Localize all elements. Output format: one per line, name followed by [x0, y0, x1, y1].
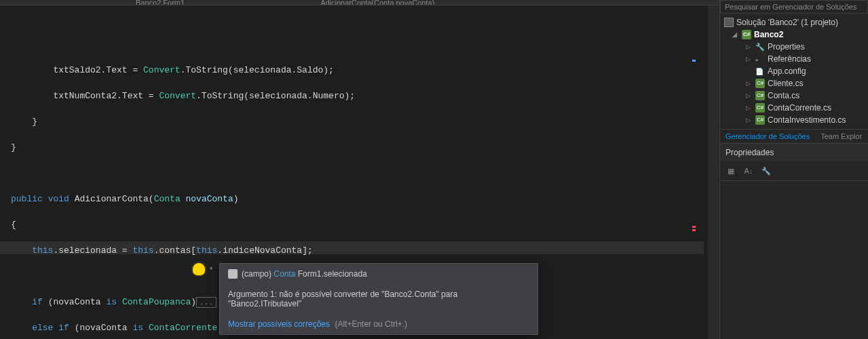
- error-tooltip: (campo) Conta Form1.selecionada Argument…: [219, 263, 538, 335]
- solution-explorer-tree[interactable]: Solução 'Banco2' (1 projeto) ◢ Banco2 ▷ …: [720, 14, 868, 129]
- chevron-down-icon[interactable]: ◢: [732, 31, 739, 38]
- properties-title: Propriedades: [720, 144, 868, 161]
- references-icon: [755, 54, 765, 64]
- tree-item-cs[interactable]: ▷ Conta.cs: [720, 89, 868, 102]
- chevron-right-icon[interactable]: ▷: [746, 43, 753, 50]
- solution-node[interactable]: Solução 'Banco2' (1 projeto): [720, 16, 868, 28]
- tree-item-cs[interactable]: ▷ ContaCorrente.cs: [720, 102, 868, 114]
- tree-item-references[interactable]: ▷ Referências: [720, 53, 868, 65]
- field-icon: [228, 269, 238, 279]
- chevron-right-icon[interactable]: ▷: [746, 92, 753, 99]
- sort-az-icon[interactable]: A↓: [742, 164, 755, 178]
- chevron-right-icon[interactable]: ▷: [746, 56, 753, 62]
- tooltip-member: Form1.selecionada: [298, 269, 367, 279]
- categorize-icon[interactable]: ▦: [724, 164, 738, 178]
- tree-item-properties[interactable]: ▷ Properties: [720, 41, 868, 53]
- fold-icon[interactable]: ...: [196, 297, 216, 308]
- solution-search-input[interactable]: Pesquisar em Gerenciador de Soluções: [720, 0, 868, 14]
- chevron-right-icon[interactable]: ▷: [746, 117, 753, 123]
- tree-item-appconfig[interactable]: App.config: [720, 65, 868, 77]
- cs-file-icon: [755, 103, 765, 113]
- properties-panel[interactable]: Propriedades ▦ A↓ 🔧: [720, 143, 868, 339]
- cs-file-icon: [755, 91, 765, 100]
- editor-breadcrumb: Banco2.Form1 AdicionarConta(Conta novaCo…: [0, 0, 719, 5]
- breadcrumb-left[interactable]: Banco2.Form1: [136, 0, 185, 5]
- chevron-right-icon[interactable]: ▷: [746, 104, 753, 111]
- tree-item-cs[interactable]: ▷ ContaInvestimento.cs: [720, 114, 868, 126]
- tooltip-shortcut: (Alt+Enter ou Ctrl+.): [335, 319, 407, 329]
- wrench-icon: [755, 42, 765, 52]
- tooltip-kind: (campo): [242, 269, 271, 279]
- code-editor[interactable]: Banco2.Form1 AdicionarConta(Conta novaCo…: [0, 0, 719, 339]
- project-node[interactable]: ◢ Banco2: [720, 28, 868, 41]
- tree-item-cs[interactable]: ▷ Cliente.cs: [720, 77, 868, 89]
- show-fixes-link[interactable]: Mostrar possíveis correções: [228, 319, 330, 329]
- tooltip-type: Conta: [273, 269, 295, 279]
- csproj-icon: [742, 30, 751, 39]
- config-icon: [755, 66, 765, 76]
- cs-file-icon: [755, 79, 765, 88]
- tab-solution-explorer[interactable]: Gerenciador de Soluções: [720, 129, 815, 143]
- wrench-icon[interactable]: 🔧: [759, 164, 773, 178]
- chevron-right-icon[interactable]: ▷: [746, 80, 753, 87]
- tab-team-explorer[interactable]: Team Explor: [815, 129, 867, 143]
- breadcrumb-right[interactable]: AdicionarConta(Conta novaConta): [320, 0, 434, 5]
- solution-icon: [724, 18, 734, 27]
- tooltip-message: Argumento 1: não é possível converter de…: [220, 284, 537, 314]
- cs-file-icon: [755, 115, 765, 125]
- lightbulb-icon[interactable]: [193, 263, 205, 275]
